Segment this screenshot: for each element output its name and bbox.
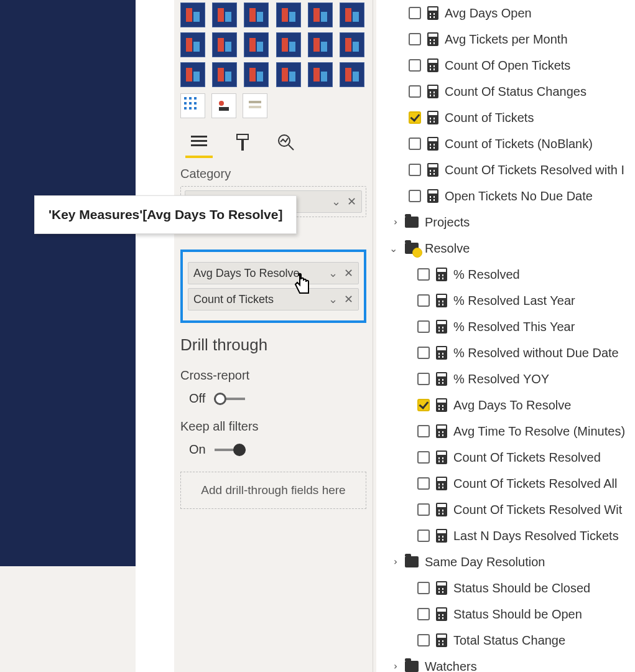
chevron-down-icon[interactable]: ⌄ xyxy=(328,266,338,280)
field-checkbox[interactable] xyxy=(417,373,430,385)
field-checkbox[interactable] xyxy=(409,85,421,98)
field-item[interactable]: Count Of Tickets Resolved Wit xyxy=(376,497,635,523)
viz-type-icon[interactable] xyxy=(244,2,269,27)
values-field-pill[interactable]: Count of Tickets ⌄ ✕ xyxy=(188,288,359,310)
field-group[interactable]: ⌄Resolve xyxy=(376,235,635,261)
viz-type-icon[interactable] xyxy=(244,62,269,87)
field-checkbox[interactable] xyxy=(417,294,430,307)
field-checkbox[interactable] xyxy=(417,268,430,281)
field-label: Count Of Tickets Resolved All xyxy=(453,477,617,491)
tab-format[interactable] xyxy=(230,129,255,156)
field-checkbox[interactable] xyxy=(409,138,421,150)
field-checkbox[interactable] xyxy=(417,451,430,464)
viz-type-icon[interactable] xyxy=(244,32,269,57)
field-item[interactable]: Count Of Status Changes xyxy=(376,78,635,105)
viz-type-icon[interactable] xyxy=(340,62,364,87)
field-checkbox[interactable] xyxy=(417,608,430,620)
field-item[interactable]: Avg Tickets per Month xyxy=(376,26,635,52)
cross-report-toggle[interactable] xyxy=(214,393,245,405)
chevron-right-icon[interactable]: ⌄ xyxy=(387,556,399,567)
svg-rect-4 xyxy=(189,102,192,105)
group-label: Projects xyxy=(425,215,470,230)
field-item[interactable]: Count of Tickets (NoBlank) xyxy=(376,131,635,157)
field-checkbox[interactable] xyxy=(409,190,421,202)
field-checkbox[interactable] xyxy=(409,33,421,45)
field-checkbox[interactable] xyxy=(409,7,421,19)
tab-fields[interactable] xyxy=(187,129,211,156)
viz-type-icon[interactable] xyxy=(276,62,301,87)
viz-type-icon[interactable] xyxy=(212,2,237,27)
field-item[interactable]: Total Status Change xyxy=(376,627,635,653)
chevron-down-icon[interactable]: ⌄ xyxy=(331,195,341,208)
field-item[interactable]: % Resolved YOY xyxy=(376,366,635,392)
chevron-right-icon[interactable]: ⌄ xyxy=(387,661,399,672)
visualizations-panel: Category . ⌄ ✕ Avg Days To Resolve ⌄ ✕ C… xyxy=(174,0,373,672)
viz-type-icon[interactable] xyxy=(180,32,205,57)
field-checkbox[interactable] xyxy=(417,399,430,411)
remove-icon[interactable]: ✕ xyxy=(347,195,356,208)
field-item[interactable]: Status Should be Closed xyxy=(376,575,635,601)
field-item[interactable]: Last N Days Resolved Tickets xyxy=(376,523,635,549)
field-group[interactable]: ⌄Projects xyxy=(376,209,635,235)
chevron-right-icon[interactable]: ⌄ xyxy=(387,217,399,228)
field-group[interactable]: ⌄Same Day Resolution xyxy=(376,549,635,575)
drill-through-dropzone[interactable]: Add drill-through fields here xyxy=(180,472,366,509)
viz-type-icon[interactable] xyxy=(276,32,301,57)
field-item[interactable]: Count of Tickets xyxy=(376,105,635,131)
field-item[interactable]: Count Of Tickets Resolved xyxy=(376,444,635,470)
viz-type-icon[interactable] xyxy=(180,62,205,87)
field-item[interactable]: Open Tickets No Due Date xyxy=(376,183,635,209)
viz-type-icon[interactable] xyxy=(308,32,333,57)
field-checkbox[interactable] xyxy=(417,320,430,333)
field-label: Status Should be Open xyxy=(453,607,582,622)
viz-type-icon[interactable] xyxy=(308,2,333,27)
viz-type-custom-icon[interactable] xyxy=(180,93,205,118)
field-label: Total Status Change xyxy=(453,633,565,648)
viz-type-icon[interactable] xyxy=(308,62,333,87)
field-checkbox[interactable] xyxy=(417,347,430,359)
remove-icon[interactable]: ✕ xyxy=(344,292,353,306)
keep-filters-toggle[interactable] xyxy=(215,444,246,456)
values-well-highlight: Avg Days To Resolve ⌄ ✕ Count of Tickets… xyxy=(180,250,366,323)
field-group[interactable]: ⌄Watchers xyxy=(376,653,635,672)
viz-type-more-icon[interactable] xyxy=(243,93,267,118)
chevron-down-icon[interactable]: ⌄ xyxy=(387,243,399,254)
field-item[interactable]: Count Of Open Tickets xyxy=(376,52,635,78)
field-label: Count Of Tickets Resolved Wit xyxy=(453,503,622,517)
svg-rect-7 xyxy=(189,107,192,110)
viz-type-icon[interactable] xyxy=(212,62,237,87)
field-item[interactable]: Status Should be Open xyxy=(376,601,635,627)
viz-type-icon[interactable] xyxy=(212,32,237,57)
viz-type-icon[interactable] xyxy=(180,2,205,27)
field-checkbox[interactable] xyxy=(409,59,421,72)
field-checkbox[interactable] xyxy=(417,530,430,542)
field-item[interactable]: % Resolved without Due Date xyxy=(376,340,635,366)
viz-type-icon[interactable] xyxy=(276,2,301,27)
field-checkbox[interactable] xyxy=(417,425,430,437)
tab-analytics[interactable] xyxy=(274,129,299,156)
field-item[interactable]: % Resolved This Year xyxy=(376,314,635,340)
viz-type-icon[interactable] xyxy=(340,2,364,27)
field-checkbox[interactable] xyxy=(417,503,430,516)
values-field-pill[interactable]: Avg Days To Resolve ⌄ ✕ xyxy=(188,262,359,284)
field-checkbox[interactable] xyxy=(409,111,421,124)
field-item[interactable]: % Resolved Last Year xyxy=(376,287,635,314)
svg-rect-10 xyxy=(219,107,229,111)
field-checkbox[interactable] xyxy=(417,477,430,490)
viz-type-python-icon[interactable] xyxy=(211,93,236,118)
measure-icon xyxy=(427,6,438,20)
remove-icon[interactable]: ✕ xyxy=(344,266,353,280)
field-item[interactable]: Count Of Tickets Resolved All xyxy=(376,470,635,497)
field-checkbox[interactable] xyxy=(417,634,430,646)
field-item[interactable]: % Resolved xyxy=(376,261,635,287)
field-item[interactable]: Avg Days Open xyxy=(376,0,635,26)
viz-type-icon[interactable] xyxy=(340,32,364,57)
field-checkbox[interactable] xyxy=(417,582,430,594)
field-item[interactable]: Count Of Tickets Resolved with I xyxy=(376,157,635,183)
svg-line-19 xyxy=(289,145,294,150)
field-item[interactable]: Avg Time To Resolve (Minutes) xyxy=(376,418,635,444)
field-checkbox[interactable] xyxy=(409,164,421,176)
category-well-label: Category xyxy=(180,167,366,181)
chevron-down-icon[interactable]: ⌄ xyxy=(328,292,338,306)
field-item[interactable]: Avg Days To Resolve xyxy=(376,392,635,418)
